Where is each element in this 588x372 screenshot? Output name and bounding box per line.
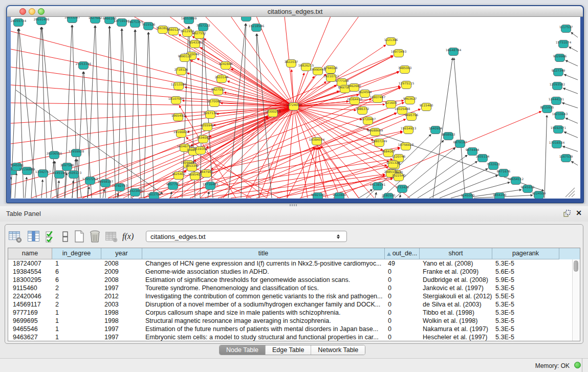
network-node[interactable]: 9660124: [167, 28, 181, 35]
function-builder-icon[interactable]: f(x): [122, 232, 134, 241]
tab-network-table[interactable]: Network Table: [311, 345, 365, 355]
table-cell[interactable]: 0: [385, 333, 420, 341]
table-cell[interactable]: 0: [385, 317, 420, 325]
table-cell[interactable]: Jankovic et al. (1997): [420, 284, 492, 292]
table-cell[interactable]: Franke et al. (2009): [420, 268, 492, 276]
network-node[interactable]: 16782753: [112, 184, 128, 191]
network-node[interactable]: 8813054: [239, 17, 253, 21]
network-node[interactable]: 7357223: [197, 24, 210, 31]
table-cell[interactable]: Changes of HCN gene expression and I(f) …: [142, 259, 385, 268]
table-cell[interactable]: Estimation of the future numbers of pati…: [142, 325, 385, 333]
network-edge[interactable]: [51, 161, 54, 198]
network-node[interactable]: 2180500: [382, 193, 396, 199]
network-node[interactable]: 15692971: [551, 126, 567, 134]
table-cell[interactable]: 2008: [101, 259, 142, 268]
network-node[interactable]: 9119352: [194, 147, 208, 155]
network-node[interactable]: 2718126: [175, 68, 188, 75]
table-cell[interactable]: 2: [52, 300, 101, 309]
network-edge[interactable]: [228, 24, 246, 198]
network-edge[interactable]: [375, 192, 376, 198]
table-cell[interactable]: 18300295: [8, 276, 52, 284]
network-node[interactable]: 9495796: [405, 113, 419, 121]
network-node[interactable]: 7986372: [356, 107, 369, 115]
network-edge[interactable]: [565, 60, 578, 66]
show-columns-icon[interactable]: [27, 230, 41, 243]
tab-edge-table[interactable]: Edge Table: [265, 345, 311, 355]
table-settings-icon[interactable]: [8, 230, 23, 243]
window-titlebar[interactable]: citations_edges.txt: [7, 6, 583, 17]
table-cell[interactable]: 5.3E-5: [492, 333, 559, 341]
network-node[interactable]: 9115460: [420, 103, 433, 111]
network-edge[interactable]: [200, 47, 294, 106]
network-edge[interactable]: [105, 26, 110, 198]
network-edge[interactable]: [569, 47, 578, 52]
table-cell[interactable]: 2003: [101, 300, 142, 309]
network-node[interactable]: 24055724: [11, 19, 26, 27]
network-edge[interactable]: [454, 58, 465, 198]
table-cell[interactable]: 1: [52, 325, 101, 333]
table-cell[interactable]: 2012: [101, 292, 142, 300]
network-edge[interactable]: [565, 118, 578, 123]
table-cell[interactable]: 2: [52, 292, 101, 300]
table-cell[interactable]: 1: [52, 259, 101, 268]
table-cell[interactable]: 22420046: [8, 292, 52, 300]
network-node[interactable]: 8958923: [442, 133, 455, 140]
table-cell[interactable]: de Silva et al. (2003): [420, 300, 492, 309]
network-node[interactable]: 19384554: [309, 138, 325, 145]
network-node[interactable]: 1834091: [197, 136, 210, 143]
table-cell[interactable]: 1: [52, 309, 101, 317]
network-node[interactable]: 1447900: [200, 170, 213, 178]
table-cell[interactable]: 1998: [101, 317, 142, 325]
table-row[interactable]: 946554611997Estimation of the future num…: [8, 325, 572, 333]
network-node[interactable]: 9857791: [166, 182, 180, 190]
network-edge[interactable]: [564, 74, 578, 80]
table-cell[interactable]: 5.3E-5: [492, 259, 559, 268]
network-node[interactable]: 1145194: [53, 171, 67, 179]
network-edge[interactable]: [545, 115, 547, 198]
table-cell[interactable]: Genome-wide association studies in ADHD.: [142, 268, 385, 276]
network-node[interactable]: 17959928: [69, 149, 84, 157]
network-edge[interactable]: [564, 132, 578, 138]
network-node[interactable]: 10756928: [398, 143, 414, 150]
table-cell[interactable]: 6: [52, 276, 101, 284]
table-row[interactable]: 2242004622012Investigating the contribut…: [8, 292, 572, 300]
table-cell[interactable]: 1997: [101, 333, 142, 341]
network-edge[interactable]: [571, 32, 578, 37]
network-edge[interactable]: [256, 34, 259, 198]
network-node[interactable]: 15654923: [401, 126, 417, 134]
network-node[interactable]: 15751074: [556, 40, 572, 48]
column-stack-icon[interactable]: [61, 230, 70, 243]
table-cell[interactable]: 5.3E-5: [492, 284, 559, 292]
network-node[interactable]: 3822037: [285, 60, 298, 68]
network-node[interactable]: 2522540: [392, 173, 406, 181]
table-cell[interactable]: 2008: [101, 276, 142, 284]
network-node[interactable]: 12444131: [549, 97, 564, 105]
network-node[interactable]: 13342757: [35, 170, 51, 178]
network-edge[interactable]: [562, 146, 578, 151]
network-node[interactable]: 21053346: [76, 62, 92, 70]
table-cell[interactable]: Structural magnetic resonance image aver…: [142, 317, 385, 325]
table-cell[interactable]: 0: [385, 276, 420, 284]
close-panel-icon[interactable]: ✕: [576, 209, 582, 217]
table-cell[interactable]: 2: [52, 284, 101, 292]
column-header-out_de[interactable]: out_de...: [385, 248, 420, 259]
network-node[interactable]: 15716485: [203, 182, 219, 190]
table-cell[interactable]: 5.5E-5: [492, 292, 559, 300]
network-graph[interactable]: 1872400776638229660124591295498275521654…: [11, 17, 580, 199]
network-edge[interactable]: [88, 26, 95, 198]
table-cell[interactable]: 1998: [101, 309, 142, 317]
table-cell[interactable]: Dudbridge et al. (2008): [420, 276, 492, 284]
table-cell[interactable]: 0: [385, 325, 420, 333]
network-node[interactable]: 9242848: [219, 62, 233, 70]
column-header-short[interactable]: short: [420, 248, 492, 259]
network-node[interactable]: 9092100: [311, 193, 325, 199]
network-node[interactable]: 9329966: [553, 54, 567, 62]
table-cell[interactable]: Hescheler et al. (1997): [420, 333, 492, 341]
table-row[interactable]: 1872400712008Changes of HCN gene express…: [8, 259, 572, 268]
table-cell[interactable]: 1: [52, 317, 101, 325]
select-attributes-icon[interactable]: [45, 230, 57, 243]
network-edge[interactable]: [15, 173, 16, 198]
network-node[interactable]: 7485063: [398, 66, 412, 74]
table-cell[interactable]: 0: [385, 268, 420, 276]
network-edge[interactable]: [103, 189, 104, 198]
